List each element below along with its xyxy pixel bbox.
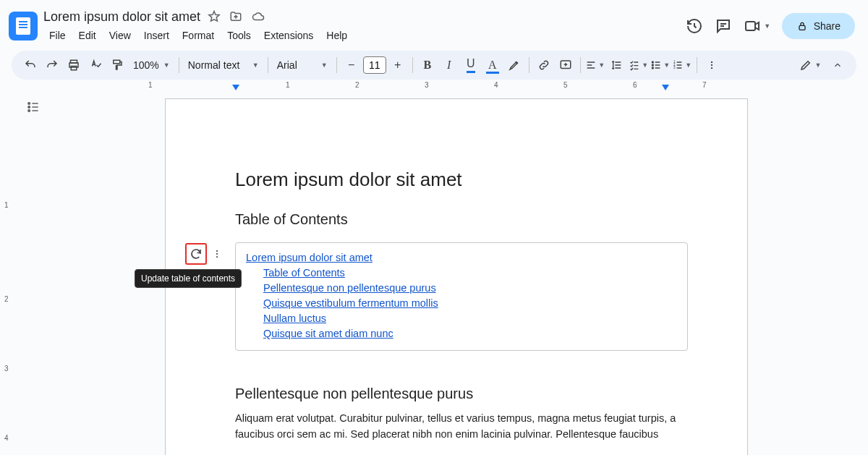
svg-rect-0 (746, 22, 755, 30)
print-button[interactable] (64, 55, 84, 75)
numbered-list-button[interactable]: 123▼ (672, 55, 692, 75)
svg-point-18 (28, 110, 30, 112)
table-of-contents[interactable]: Update table of contents Lorem ipsum dol… (235, 242, 688, 351)
svg-point-9 (652, 67, 654, 69)
svg-point-21 (216, 256, 218, 258)
text-color-button[interactable]: A (482, 55, 503, 75)
lock-icon (796, 20, 808, 32)
meet-icon[interactable]: ▼ (743, 17, 772, 35)
font-size-decrease[interactable]: − (341, 55, 362, 75)
main-area: 1 2 3 4 Lorem ipsum dolor sit amet Table… (0, 93, 868, 455)
toc-link[interactable]: Nullam luctus (246, 311, 677, 326)
svg-point-13 (711, 61, 712, 63)
document-title[interactable]: Lorem ipsum dolor sit amet (43, 9, 200, 25)
svg-point-8 (652, 64, 654, 66)
star-icon[interactable] (208, 10, 221, 23)
toc-link[interactable]: Table of Contents (246, 265, 677, 281)
left-gutter: 1 2 3 4 (0, 93, 45, 455)
docs-logo-icon[interactable] (9, 12, 38, 41)
cloud-status-icon[interactable] (251, 10, 265, 23)
svg-point-16 (28, 103, 30, 105)
outline-toggle-icon[interactable] (26, 100, 41, 114)
align-button[interactable]: ▼ (585, 55, 605, 75)
font-size-increase[interactable]: + (388, 55, 408, 75)
vertical-ruler[interactable]: 1 2 3 4 (3, 93, 14, 455)
paint-format-button[interactable] (107, 55, 127, 75)
italic-button[interactable]: I (439, 55, 459, 75)
comments-icon[interactable] (714, 17, 733, 35)
editing-mode-button[interactable]: ▼ (794, 55, 826, 75)
section-heading[interactable]: Pellentesque non pellentesque purus (235, 386, 678, 402)
svg-rect-5 (114, 60, 120, 64)
svg-point-15 (711, 67, 712, 69)
menu-file[interactable]: File (43, 27, 72, 44)
title-area: Lorem ipsum dolor sit amet File Edit Vie… (43, 8, 685, 44)
toc-heading[interactable]: Table of Contents (235, 211, 678, 228)
header-right-actions: ▼ Share (685, 13, 859, 39)
menu-edit[interactable]: Edit (73, 27, 102, 44)
font-size-input[interactable] (363, 56, 386, 74)
redo-button[interactable] (42, 55, 62, 75)
more-vert-icon (212, 249, 222, 259)
spellcheck-button[interactable] (85, 55, 106, 75)
menu-format[interactable]: Format (176, 27, 220, 44)
toc-link[interactable]: Pellentesque non pellentesque purus (246, 281, 677, 296)
toc-controls (185, 243, 226, 265)
menu-bar: File Edit View Insert Format Tools Exten… (43, 27, 685, 44)
toolbar: 100%▼ Normal text▼ Arial▼ − + B I U A ▼ … (12, 51, 856, 80)
zoom-select[interactable]: 100%▼ (129, 59, 174, 71)
indent-marker-right-icon[interactable] (661, 84, 670, 91)
body-paragraph[interactable]: Aliquam erat volutpat. Curabitur pulvina… (235, 411, 678, 443)
update-toc-button[interactable] (185, 243, 207, 265)
svg-point-17 (28, 106, 30, 109)
svg-point-7 (652, 61, 654, 63)
menu-help[interactable]: Help (320, 27, 353, 44)
svg-rect-1 (799, 25, 805, 30)
undo-button[interactable] (20, 55, 41, 75)
titlebar: Lorem ipsum dolor sit amet File Edit Vie… (0, 0, 868, 46)
doc-title-heading[interactable]: Lorem ipsum dolor sit amet (235, 169, 678, 191)
svg-point-14 (711, 64, 712, 66)
paragraph-style-select[interactable]: Normal text▼ (184, 59, 263, 71)
toc-link[interactable]: Quisque sit amet diam nunc (246, 326, 677, 341)
font-select[interactable]: Arial▼ (273, 59, 332, 71)
svg-text:3: 3 (673, 66, 676, 69)
checklist-button[interactable]: ▼ (629, 55, 649, 75)
move-icon[interactable] (229, 10, 242, 23)
insert-comment-button[interactable] (556, 55, 576, 75)
toc-link[interactable]: Lorem ipsum dolor sit amet (246, 250, 677, 265)
menu-insert[interactable]: Insert (138, 27, 175, 44)
insert-link-button[interactable] (534, 55, 554, 75)
menu-tools[interactable]: Tools (221, 27, 257, 44)
underline-button[interactable]: U (461, 55, 481, 75)
bulleted-list-button[interactable]: ▼ (650, 55, 671, 75)
line-spacing-button[interactable] (607, 55, 627, 75)
toolbar-collapse-button[interactable] (827, 55, 848, 75)
horizontal-ruler[interactable]: 1 1 2 3 4 5 6 7 (0, 80, 868, 93)
svg-point-20 (216, 253, 218, 255)
update-toc-tooltip: Update table of contents (135, 269, 242, 288)
more-toolbar-button[interactable] (702, 55, 722, 75)
svg-point-19 (216, 250, 218, 252)
page-area: Lorem ipsum dolor sit amet Table of Cont… (45, 93, 868, 455)
menu-extensions[interactable]: Extensions (258, 27, 319, 44)
document-page[interactable]: Lorem ipsum dolor sit amet Table of Cont… (165, 98, 748, 455)
highlight-button[interactable] (504, 55, 524, 75)
share-label: Share (814, 20, 841, 32)
refresh-icon (190, 247, 203, 260)
bold-button[interactable]: B (417, 55, 438, 75)
toc-link[interactable]: Quisque vestibulum fermentum mollis (246, 296, 677, 311)
toc-more-button[interactable] (208, 243, 226, 265)
menu-view[interactable]: View (103, 27, 137, 44)
indent-marker-left-icon[interactable] (231, 84, 240, 91)
share-button[interactable]: Share (782, 13, 855, 39)
history-icon[interactable] (685, 17, 704, 35)
